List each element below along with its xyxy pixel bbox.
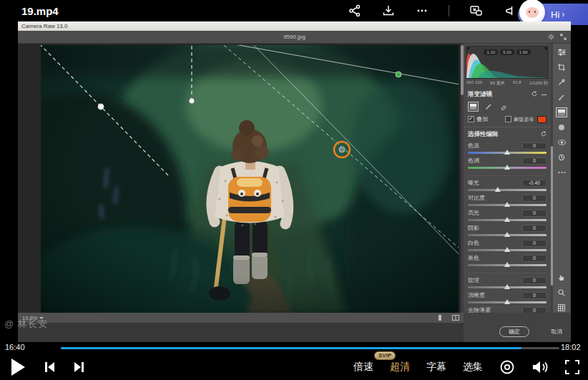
slider-thumb[interactable] — [504, 247, 510, 252]
acr-dialog-buttons: 确定 取消 — [464, 313, 571, 342]
exif-info: ISO 100 85 毫米 f/1.8 1/1250 秒 — [464, 79, 551, 87]
slider-thumb[interactable] — [504, 150, 510, 155]
red-eye-icon[interactable] — [556, 137, 567, 147]
slider-track[interactable] — [468, 204, 547, 206]
mask-options-label: 蒙版选项 — [514, 116, 534, 123]
overlay-label: 叠加 — [476, 115, 488, 123]
filter-pin-green[interactable] — [396, 72, 401, 77]
slider-thumb[interactable] — [504, 299, 510, 304]
slider-row: 阴影0 — [468, 224, 547, 236]
slider-track[interactable] — [468, 234, 547, 236]
adjustment-brush-icon[interactable] — [556, 92, 567, 102]
filter-pin[interactable] — [98, 104, 104, 110]
progress-fill — [61, 347, 521, 349]
snapshot-icon[interactable] — [556, 152, 567, 162]
filter-pin[interactable] — [189, 98, 195, 104]
ok-button[interactable]: 确定 — [499, 326, 529, 337]
share-icon[interactable] — [348, 4, 362, 18]
slider-thumb[interactable] — [504, 165, 510, 170]
zoom-tool-icon[interactable] — [556, 288, 567, 298]
progress-bar[interactable] — [61, 347, 559, 349]
slider-label: 曝光 — [468, 179, 479, 187]
slider-label: 色温 — [468, 142, 479, 150]
slider-track[interactable] — [468, 286, 547, 288]
slider-thumb[interactable] — [504, 262, 510, 267]
download-icon[interactable] — [381, 4, 396, 18]
acr-tool-strip — [553, 44, 570, 313]
slider-track[interactable] — [468, 264, 547, 266]
slider-value: 0 — [522, 255, 547, 262]
slider-value: 0 — [522, 277, 547, 284]
photo-child-in-forest[interactable] — [41, 45, 459, 313]
more-tools-icon[interactable] — [556, 167, 567, 177]
acr-window-title: Camera Raw 13.0 — [21, 23, 67, 29]
slider-row: 纹理0 — [468, 273, 547, 288]
acr-settings-gear-icon[interactable] — [548, 34, 554, 40]
slider-thumb[interactable] — [504, 202, 510, 207]
slider-thumb[interactable] — [504, 232, 510, 237]
filter-pin-selected[interactable] — [339, 147, 345, 152]
acr-fullscreen-icon[interactable] — [560, 34, 567, 40]
mask-options-checkbox[interactable] — [505, 116, 511, 122]
play-button[interactable] — [10, 358, 26, 376]
cancel-button[interactable]: 取消 — [551, 328, 562, 336]
slider-label: 纹理 — [468, 276, 479, 284]
subtitle-button[interactable]: 字幕 — [426, 361, 446, 374]
previous-episode-icon[interactable] — [44, 361, 55, 373]
graduated-filter-icon[interactable] — [556, 107, 567, 117]
picture-in-picture-icon[interactable] — [469, 4, 483, 18]
crop-tool-icon[interactable] — [556, 62, 567, 72]
brush-tool-icon[interactable] — [483, 102, 494, 112]
playback-speed-button[interactable]: 倍速 — [353, 361, 373, 374]
eraser-tool-icon[interactable] — [498, 102, 509, 112]
edit-sliders-icon[interactable] — [556, 47, 567, 57]
video-title: 19.mp4 — [21, 5, 59, 17]
more-icon[interactable] — [415, 4, 429, 18]
slider-group-1: 色温0色调0曝光-0.40对比度0高光0阴影0白色0黑色0纹理0清晰度0去除薄雾… — [464, 142, 551, 313]
slider-thumb[interactable] — [504, 284, 510, 289]
slider-thumb[interactable] — [504, 217, 510, 222]
collapse-icon[interactable] — [542, 94, 547, 95]
slider-track[interactable] — [468, 189, 547, 191]
overlay-checkbox[interactable] — [468, 116, 474, 122]
slider-label: 阴影 — [468, 224, 479, 232]
camera-raw-window: Camera Raw 13.0 9590.jpg — [18, 21, 571, 342]
volume-icon[interactable] — [531, 360, 549, 374]
slider-track[interactable] — [468, 167, 547, 169]
next-episode-icon[interactable] — [74, 361, 84, 373]
slider-track[interactable] — [468, 219, 547, 221]
reset-icon[interactable] — [531, 91, 537, 98]
split-view-icon[interactable] — [452, 315, 459, 321]
slider-track[interactable] — [468, 249, 547, 251]
radial-filter-icon[interactable] — [556, 122, 567, 132]
hand-tool-icon[interactable] — [556, 273, 567, 283]
slider-track[interactable] — [468, 152, 547, 154]
slider-label: 色调 — [468, 157, 479, 165]
settings-target-icon[interactable] — [499, 359, 515, 375]
slider-row: 高光0 — [468, 209, 547, 221]
slider-value: 0 — [522, 307, 547, 313]
panel-scrollbar[interactable] — [551, 44, 553, 313]
fullscreen-icon[interactable] — [565, 360, 579, 374]
acr-image-canvas[interactable] — [18, 44, 461, 313]
player-top-bar: 19.mp4 — [0, 0, 588, 21]
slider-thumb[interactable] — [495, 187, 501, 192]
slider-value: 0 — [522, 240, 547, 247]
heal-brush-icon[interactable] — [556, 77, 567, 87]
before-after-icon[interactable] — [438, 315, 445, 321]
grid-icon[interactable] — [556, 303, 567, 313]
episode-list-button[interactable]: 选集 — [463, 361, 483, 374]
current-time: 16:40 — [5, 343, 25, 351]
histogram-readout: 1.10 — [484, 49, 498, 55]
slider-value: 0 — [522, 195, 547, 202]
slider-row: 色调0 — [468, 157, 547, 169]
slider-track[interactable] — [468, 301, 547, 303]
slider-label: 对比度 — [468, 194, 485, 202]
reset-icon[interactable] — [541, 131, 547, 138]
gradient-tool-icon[interactable] — [468, 102, 479, 112]
histogram-readout: 1.90 — [516, 49, 531, 55]
grad-filter-title: 渐变滤镜 — [468, 90, 527, 99]
quality-button[interactable]: 超清 — [390, 361, 410, 372]
cast-icon[interactable] — [502, 4, 516, 18]
mask-color-swatch[interactable] — [537, 116, 547, 123]
